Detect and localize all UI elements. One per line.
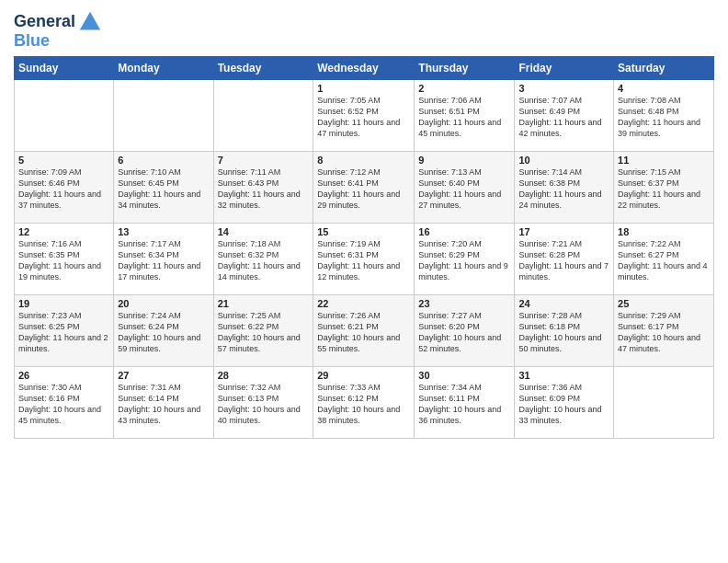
day-number: 16 bbox=[418, 226, 510, 237]
day-info: Sunrise: 7:11 AM Sunset: 6:43 PM Dayligh… bbox=[218, 167, 310, 212]
day-number: 14 bbox=[218, 226, 310, 237]
day-number: 9 bbox=[418, 155, 510, 166]
day-cell: 10Sunrise: 7:14 AM Sunset: 6:38 PM Dayli… bbox=[515, 152, 614, 224]
day-cell: 2Sunrise: 7:06 AM Sunset: 6:51 PM Daylig… bbox=[415, 80, 515, 152]
day-info: Sunrise: 7:21 AM Sunset: 6:28 PM Dayligh… bbox=[518, 238, 609, 283]
day-cell: 11Sunrise: 7:15 AM Sunset: 6:37 PM Dayli… bbox=[614, 152, 714, 224]
weekday-thursday: Thursday bbox=[415, 57, 515, 80]
day-cell: 12Sunrise: 7:16 AM Sunset: 6:35 PM Dayli… bbox=[15, 224, 114, 295]
logo-icon bbox=[77, 9, 103, 35]
day-number: 26 bbox=[18, 370, 109, 381]
day-cell: 30Sunrise: 7:34 AM Sunset: 6:11 PM Dayli… bbox=[415, 367, 515, 439]
svg-marker-0 bbox=[80, 12, 100, 30]
day-info: Sunrise: 7:07 AM Sunset: 6:49 PM Dayligh… bbox=[518, 95, 609, 140]
day-cell: 4Sunrise: 7:08 AM Sunset: 6:48 PM Daylig… bbox=[614, 80, 714, 152]
day-info: Sunrise: 7:19 AM Sunset: 6:31 PM Dayligh… bbox=[317, 238, 410, 283]
day-number: 27 bbox=[118, 370, 209, 381]
day-info: Sunrise: 7:16 AM Sunset: 6:35 PM Dayligh… bbox=[18, 238, 109, 283]
day-info: Sunrise: 7:08 AM Sunset: 6:48 PM Dayligh… bbox=[618, 95, 710, 140]
day-cell: 16Sunrise: 7:20 AM Sunset: 6:29 PM Dayli… bbox=[415, 224, 515, 295]
day-cell bbox=[614, 367, 714, 439]
day-number: 21 bbox=[218, 298, 310, 309]
day-cell: 23Sunrise: 7:27 AM Sunset: 6:20 PM Dayli… bbox=[415, 295, 515, 367]
day-info: Sunrise: 7:29 AM Sunset: 6:17 PM Dayligh… bbox=[618, 310, 710, 355]
day-number: 18 bbox=[618, 226, 710, 237]
day-info: Sunrise: 7:23 AM Sunset: 6:25 PM Dayligh… bbox=[18, 310, 109, 355]
day-number: 6 bbox=[118, 155, 209, 166]
day-number: 25 bbox=[618, 298, 710, 309]
day-number: 28 bbox=[218, 370, 310, 381]
day-number: 24 bbox=[518, 298, 609, 309]
day-info: Sunrise: 7:12 AM Sunset: 6:41 PM Dayligh… bbox=[317, 167, 410, 212]
day-info: Sunrise: 7:06 AM Sunset: 6:51 PM Dayligh… bbox=[418, 95, 510, 140]
day-info: Sunrise: 7:05 AM Sunset: 6:52 PM Dayligh… bbox=[317, 95, 410, 140]
weekday-tuesday: Tuesday bbox=[213, 57, 313, 80]
day-info: Sunrise: 7:34 AM Sunset: 6:11 PM Dayligh… bbox=[418, 382, 510, 427]
day-cell: 9Sunrise: 7:13 AM Sunset: 6:40 PM Daylig… bbox=[415, 152, 515, 224]
week-row-4: 26Sunrise: 7:30 AM Sunset: 6:16 PM Dayli… bbox=[15, 367, 714, 439]
day-info: Sunrise: 7:22 AM Sunset: 6:27 PM Dayligh… bbox=[618, 238, 710, 283]
day-info: Sunrise: 7:32 AM Sunset: 6:13 PM Dayligh… bbox=[218, 382, 310, 427]
day-cell: 27Sunrise: 7:31 AM Sunset: 6:14 PM Dayli… bbox=[114, 367, 213, 439]
day-info: Sunrise: 7:30 AM Sunset: 6:16 PM Dayligh… bbox=[18, 382, 109, 427]
day-info: Sunrise: 7:14 AM Sunset: 6:38 PM Dayligh… bbox=[518, 167, 609, 212]
day-number: 3 bbox=[518, 83, 609, 94]
week-row-2: 12Sunrise: 7:16 AM Sunset: 6:35 PM Dayli… bbox=[15, 224, 714, 295]
day-number: 7 bbox=[218, 155, 310, 166]
day-info: Sunrise: 7:26 AM Sunset: 6:21 PM Dayligh… bbox=[317, 310, 410, 355]
day-cell: 28Sunrise: 7:32 AM Sunset: 6:13 PM Dayli… bbox=[213, 367, 313, 439]
day-info: Sunrise: 7:20 AM Sunset: 6:29 PM Dayligh… bbox=[418, 238, 510, 283]
day-number: 31 bbox=[518, 370, 609, 381]
day-number: 30 bbox=[418, 370, 510, 381]
day-cell: 26Sunrise: 7:30 AM Sunset: 6:16 PM Dayli… bbox=[15, 367, 114, 439]
day-info: Sunrise: 7:25 AM Sunset: 6:22 PM Dayligh… bbox=[218, 310, 310, 355]
day-cell: 7Sunrise: 7:11 AM Sunset: 6:43 PM Daylig… bbox=[213, 152, 313, 224]
day-cell: 22Sunrise: 7:26 AM Sunset: 6:21 PM Dayli… bbox=[313, 295, 415, 367]
day-info: Sunrise: 7:18 AM Sunset: 6:32 PM Dayligh… bbox=[218, 238, 310, 283]
day-info: Sunrise: 7:33 AM Sunset: 6:12 PM Dayligh… bbox=[317, 382, 410, 427]
day-info: Sunrise: 7:17 AM Sunset: 6:34 PM Dayligh… bbox=[118, 238, 209, 283]
day-number: 2 bbox=[418, 83, 510, 94]
day-cell: 25Sunrise: 7:29 AM Sunset: 6:17 PM Dayli… bbox=[614, 295, 714, 367]
day-number: 29 bbox=[317, 370, 410, 381]
day-cell: 24Sunrise: 7:28 AM Sunset: 6:18 PM Dayli… bbox=[515, 295, 614, 367]
day-cell: 15Sunrise: 7:19 AM Sunset: 6:31 PM Dayli… bbox=[313, 224, 415, 295]
day-number: 15 bbox=[317, 226, 410, 237]
day-info: Sunrise: 7:31 AM Sunset: 6:14 PM Dayligh… bbox=[118, 382, 209, 427]
weekday-monday: Monday bbox=[114, 57, 213, 80]
day-cell bbox=[114, 80, 213, 152]
day-cell: 31Sunrise: 7:36 AM Sunset: 6:09 PM Dayli… bbox=[515, 367, 614, 439]
day-info: Sunrise: 7:27 AM Sunset: 6:20 PM Dayligh… bbox=[418, 310, 510, 355]
day-cell: 6Sunrise: 7:10 AM Sunset: 6:45 PM Daylig… bbox=[114, 152, 213, 224]
week-row-0: 1Sunrise: 7:05 AM Sunset: 6:52 PM Daylig… bbox=[15, 80, 714, 152]
day-number: 23 bbox=[418, 298, 510, 309]
weekday-wednesday: Wednesday bbox=[313, 57, 415, 80]
logo-text: General bbox=[14, 13, 75, 31]
day-cell: 20Sunrise: 7:24 AM Sunset: 6:24 PM Dayli… bbox=[114, 295, 213, 367]
logo: General Blue bbox=[14, 9, 103, 51]
day-cell: 17Sunrise: 7:21 AM Sunset: 6:28 PM Dayli… bbox=[515, 224, 614, 295]
header: General Blue bbox=[14, 9, 714, 51]
weekday-sunday: Sunday bbox=[15, 57, 114, 80]
day-number: 11 bbox=[618, 155, 710, 166]
day-cell: 18Sunrise: 7:22 AM Sunset: 6:27 PM Dayli… bbox=[614, 224, 714, 295]
day-cell: 19Sunrise: 7:23 AM Sunset: 6:25 PM Dayli… bbox=[15, 295, 114, 367]
day-number: 12 bbox=[18, 226, 109, 237]
day-cell bbox=[213, 80, 313, 152]
day-cell: 5Sunrise: 7:09 AM Sunset: 6:46 PM Daylig… bbox=[15, 152, 114, 224]
day-cell: 3Sunrise: 7:07 AM Sunset: 6:49 PM Daylig… bbox=[515, 80, 614, 152]
day-number: 17 bbox=[518, 226, 609, 237]
day-cell: 1Sunrise: 7:05 AM Sunset: 6:52 PM Daylig… bbox=[313, 80, 415, 152]
day-number: 10 bbox=[518, 155, 609, 166]
day-number: 4 bbox=[618, 83, 710, 94]
day-cell: 21Sunrise: 7:25 AM Sunset: 6:22 PM Dayli… bbox=[213, 295, 313, 367]
day-number: 19 bbox=[18, 298, 109, 309]
week-row-3: 19Sunrise: 7:23 AM Sunset: 6:25 PM Dayli… bbox=[15, 295, 714, 367]
page: General Blue SundayMondayTuesdayWednesda… bbox=[0, 0, 728, 563]
day-number: 1 bbox=[317, 83, 410, 94]
day-info: Sunrise: 7:13 AM Sunset: 6:40 PM Dayligh… bbox=[418, 167, 510, 212]
weekday-saturday: Saturday bbox=[614, 57, 714, 80]
day-cell bbox=[15, 80, 114, 152]
day-number: 22 bbox=[317, 298, 410, 309]
calendar: SundayMondayTuesdayWednesdayThursdayFrid… bbox=[14, 56, 714, 439]
